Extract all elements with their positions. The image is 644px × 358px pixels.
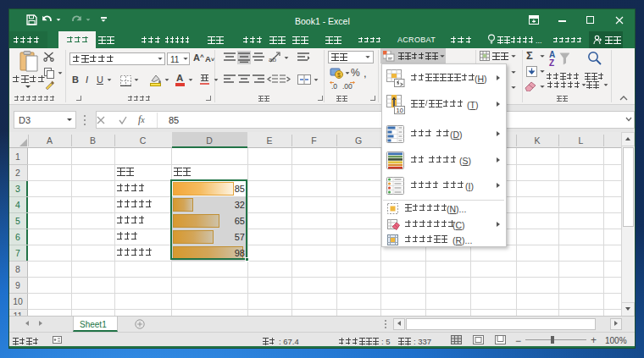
svg-text:10: 10 [397, 107, 403, 114]
svg-text:.00: .00 [342, 82, 353, 90]
svg-text:ab: ab [269, 56, 276, 63]
svg-text:.0: .0 [331, 82, 337, 90]
svg-text:$: $ [337, 72, 341, 78]
